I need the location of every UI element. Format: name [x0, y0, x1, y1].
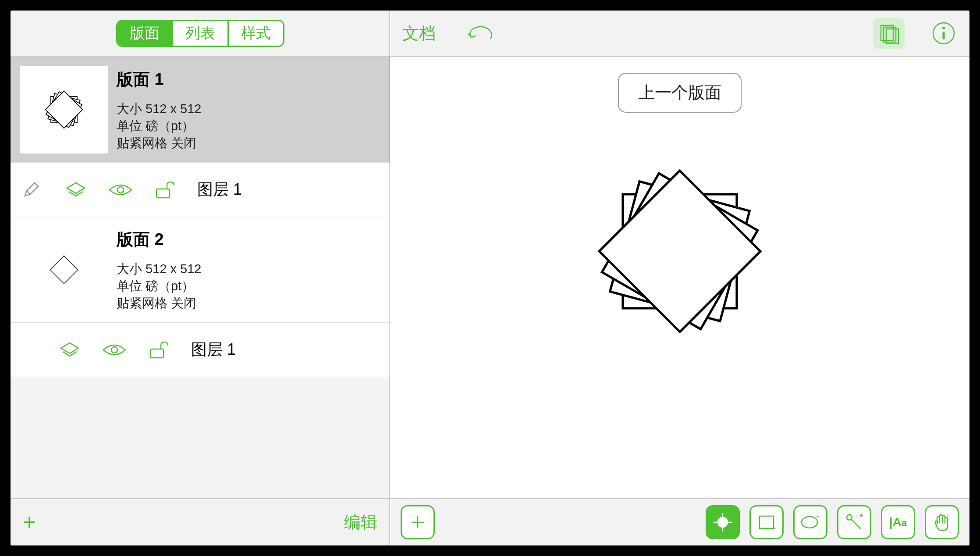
unlock-icon[interactable]	[146, 337, 172, 363]
svg-text:+: +	[946, 512, 950, 519]
main-panel: 文档	[390, 11, 969, 545]
tool-group-right: + + + |Aa	[706, 505, 959, 539]
layer-label: 图层 1	[191, 339, 236, 360]
svg-rect-14	[943, 32, 945, 39]
add-tool-button[interactable]	[401, 505, 435, 539]
visibility-icon[interactable]	[108, 177, 133, 203]
pen-tool[interactable]: +	[837, 505, 871, 539]
hand-tool[interactable]: +	[925, 505, 959, 539]
main-footer: + + + |Aa	[390, 498, 969, 545]
canvas-snap: 贴紧网格 关闭	[117, 135, 201, 152]
svg-point-21	[718, 517, 728, 527]
layer-row[interactable]: 图层 1	[11, 323, 390, 377]
canvas-thumbnail	[20, 226, 108, 314]
sidebar-body[interactable]: 版面 1 大小 512 x 512 单位 磅（pt） 贴紧网格 关闭	[11, 57, 390, 498]
svg-point-13	[942, 27, 945, 29]
edit-button[interactable]: 编辑	[344, 511, 377, 534]
canvas-artwork[interactable]	[566, 137, 794, 365]
document-button[interactable]: 文档	[402, 22, 436, 45]
svg-rect-8	[150, 349, 163, 358]
layers-icon[interactable]	[57, 337, 82, 363]
tab-styles[interactable]: 样式	[227, 21, 283, 46]
add-button[interactable]: +	[23, 509, 36, 535]
tool-group-left	[401, 505, 435, 539]
canvas-size: 大小 512 x 512	[117, 260, 201, 278]
svg-point-4	[117, 187, 124, 193]
svg-point-7	[111, 347, 117, 353]
canvas-title: 版面 1	[117, 68, 201, 91]
undo-icon[interactable]	[466, 20, 494, 47]
tab-canvases[interactable]: 版面	[117, 21, 172, 46]
canvas-area[interactable]: 上一个版面	[390, 57, 969, 498]
layer-label: 图层 1	[197, 179, 242, 200]
canvas-item[interactable]: 版面 2 大小 512 x 512 单位 磅（pt） 贴紧网格 关闭	[11, 217, 390, 323]
canvas-snap: 贴紧网格 关闭	[117, 295, 201, 312]
header-right	[873, 18, 957, 49]
canvas-units: 单位 磅（pt）	[117, 118, 201, 135]
header-left: 文档	[402, 20, 494, 47]
rectangle-tool[interactable]: +	[749, 505, 784, 539]
sidebar-footer: + 编辑	[11, 498, 390, 545]
info-icon[interactable]	[930, 20, 957, 47]
sidebar-tabs: 版面 列表 样式	[116, 20, 284, 47]
sidebar: 版面 列表 样式	[11, 11, 390, 545]
svg-text:+: +	[772, 524, 776, 532]
canvases-stack-icon[interactable]	[873, 18, 905, 49]
svg-text:+: +	[816, 513, 820, 521]
app-window: 版面 列表 样式	[11, 11, 969, 545]
visibility-icon[interactable]	[102, 337, 127, 363]
layers-icon[interactable]	[63, 177, 89, 203]
ellipse-tool[interactable]: +	[793, 505, 827, 539]
canvas-info: 版面 2 大小 512 x 512 单位 磅（pt） 贴紧网格 关闭	[117, 226, 201, 312]
layer-row[interactable]: 图层 1	[11, 163, 390, 217]
text-tool[interactable]: |Aa	[881, 505, 915, 539]
previous-canvas-button[interactable]: 上一个版面	[618, 73, 742, 113]
svg-point-28	[802, 517, 817, 528]
canvas-item[interactable]: 版面 1 大小 512 x 512 单位 磅（pt） 贴紧网格 关闭	[11, 57, 390, 163]
canvas-size: 大小 512 x 512	[117, 100, 201, 118]
unlock-icon[interactable]	[153, 177, 178, 203]
sidebar-header: 版面 列表 样式	[11, 11, 390, 57]
canvas-thumbnail	[20, 66, 108, 153]
main-header: 文档	[390, 11, 969, 57]
canvas-info: 版面 1 大小 512 x 512 单位 磅（pt） 贴紧网格 关闭	[117, 66, 201, 152]
svg-rect-5	[156, 189, 170, 198]
svg-rect-6	[50, 256, 78, 284]
canvas-title: 版面 2	[117, 228, 201, 251]
svg-text:+: +	[859, 512, 864, 520]
crosshair-tool[interactable]	[706, 505, 740, 539]
pencil-icon[interactable]	[18, 177, 44, 203]
tab-list[interactable]: 列表	[172, 21, 227, 46]
canvas-units: 单位 磅（pt）	[117, 278, 201, 295]
